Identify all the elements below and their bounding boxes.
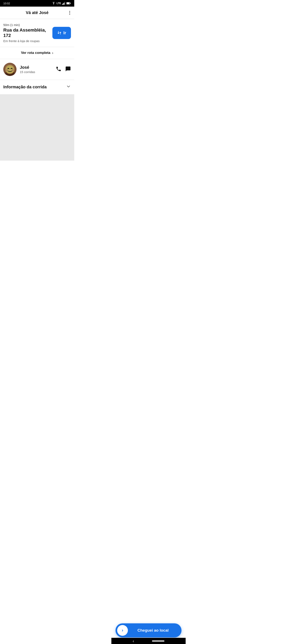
status-icons: LTE [52, 2, 71, 5]
signal-icon [62, 2, 65, 5]
battery-icon [66, 2, 71, 4]
passenger-info: José 15 corridas [20, 65, 52, 74]
chat-icon [65, 66, 71, 72]
nav-time-distance: 50m (1 min) [3, 23, 52, 27]
svg-rect-0 [62, 4, 63, 5]
svg-rect-5 [67, 2, 69, 4]
chevron-down-icon [66, 84, 71, 90]
nav-address: Rua da Assembléia, 172 [3, 28, 52, 38]
lte-label: LTE [56, 2, 61, 5]
svg-rect-3 [64, 2, 65, 5]
svg-rect-2 [64, 3, 64, 5]
more-menu-button[interactable] [68, 10, 71, 16]
trip-info-label: Informação da corrida [3, 85, 47, 90]
passenger-actions [56, 66, 71, 73]
trip-info-section[interactable]: Informação da corrida [0, 80, 74, 94]
go-button[interactable]: Ir [52, 27, 71, 39]
route-swap-icon [57, 30, 62, 35]
passenger-rides: 15 corridas [20, 70, 52, 74]
phone-icon [56, 66, 61, 72]
wifi-icon [52, 2, 55, 5]
passenger-section: José 15 corridas [0, 59, 74, 80]
avatar-image [3, 63, 16, 76]
status-bar: 10:02 LTE [0, 0, 74, 6]
phone-button[interactable] [56, 66, 61, 73]
map-area [0, 94, 74, 160]
navigation-section: 50m (1 min) Rua da Assembléia, 172 Em fr… [0, 19, 74, 47]
route-link-text: Ver rota completa [21, 51, 50, 55]
header-title: Vá até José [26, 10, 48, 15]
go-button-label: Ir [63, 30, 66, 35]
svg-rect-1 [63, 3, 63, 5]
passenger-name: José [20, 65, 52, 70]
route-link-arrow: › [52, 51, 53, 55]
nav-info: 50m (1 min) Rua da Assembléia, 172 Em fr… [3, 23, 52, 43]
status-time: 10:02 [3, 2, 10, 5]
svg-rect-6 [70, 3, 71, 4]
app-header: Vá até José [0, 6, 74, 19]
route-link-section[interactable]: Ver rota completa › [0, 47, 74, 59]
passenger-avatar [3, 63, 16, 76]
nav-note: Em frente à loja de roupas [3, 39, 52, 43]
chat-button[interactable] [65, 66, 71, 73]
